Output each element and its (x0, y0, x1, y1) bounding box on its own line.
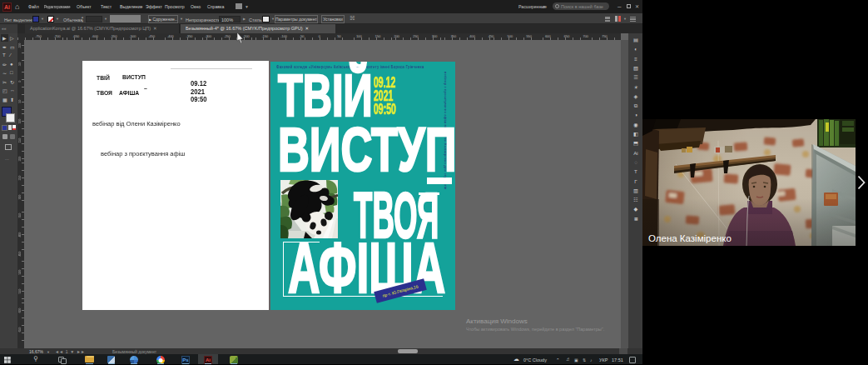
svg-text:Олена Казіміренко: Олена Казіміренко (648, 233, 732, 243)
